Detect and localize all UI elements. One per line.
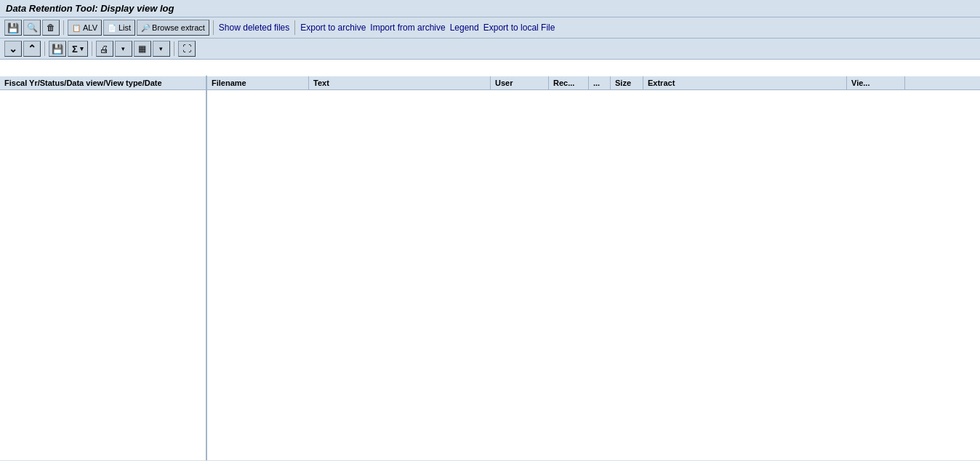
- col-header-text: Text: [309, 76, 491, 89]
- export-archive-label: Export to archive: [300, 23, 366, 33]
- import-archive-button[interactable]: Import from archive: [369, 23, 446, 33]
- import-archive-label: Import from archive: [370, 23, 445, 33]
- alv-label: ALV: [83, 23, 97, 32]
- alv-button[interactable]: 📋 ALV: [68, 20, 102, 36]
- col-header-dots: ...: [589, 76, 611, 89]
- expand-button[interactable]: ⌄: [4, 41, 22, 57]
- separator-4: [44, 41, 45, 56]
- legend-button[interactable]: Legend: [449, 23, 481, 33]
- legend-label: Legend: [450, 23, 479, 33]
- find-button[interactable]: 🔍: [23, 20, 41, 36]
- export-archive-button[interactable]: Export to archive: [299, 23, 367, 33]
- sum-button[interactable]: Σ ▾: [68, 41, 88, 57]
- show-deleted-button[interactable]: Show deleted files: [217, 23, 291, 33]
- show-deleted-label: Show deleted files: [219, 23, 289, 33]
- col-header-view: Vie...: [847, 76, 905, 89]
- print-options-button[interactable]: ▾: [115, 41, 132, 57]
- col-header-user: User: [491, 76, 549, 89]
- save-button[interactable]: 💾: [4, 20, 22, 36]
- main-content: Fiscal Yr/Status/Data view/View type/Dat…: [0, 60, 980, 444]
- browse-icon: 🔎: [141, 24, 150, 32]
- export-local-label: Export to local File: [483, 23, 555, 33]
- alv-icon: 📋: [72, 24, 81, 32]
- browse-extract-label: Browse extract: [152, 23, 205, 32]
- right-data-panel: [207, 76, 980, 460]
- list-label: List: [119, 23, 131, 32]
- collapse-button[interactable]: ⌃: [23, 41, 41, 57]
- delete-button[interactable]: 🗑: [42, 20, 60, 36]
- separator-5: [92, 41, 92, 56]
- browse-extract-button[interactable]: 🔎 Browse extract: [137, 20, 209, 36]
- main-toolbar: 💾 🔍 🗑 📋 ALV 📄 List 🔎 Browse extract Show…: [0, 17, 980, 39]
- col-header-size: Size: [611, 76, 643, 89]
- list-icon: 📄: [108, 24, 116, 32]
- find-icon: 🔍: [27, 23, 38, 33]
- separator-6: [174, 41, 174, 56]
- table-header: Fiscal Yr/Status/Data view/View type/Dat…: [0, 76, 980, 90]
- save-icon: 💾: [7, 23, 19, 33]
- title-bar: Data Retention Tool: Display view log: [0, 0, 980, 17]
- export-local-button[interactable]: Export to local File: [482, 23, 557, 33]
- print-button[interactable]: 🖨: [96, 41, 113, 57]
- separator-2: [213, 20, 214, 35]
- page-title: Data Retention Tool: Display view log: [6, 3, 174, 14]
- save-layout-button[interactable]: 💾: [49, 41, 66, 57]
- col-header-extract: Extract: [643, 76, 847, 89]
- separator-3: [294, 20, 295, 35]
- left-tree-panel: [0, 76, 207, 460]
- grid-options-button[interactable]: ▾: [153, 41, 170, 57]
- delete-icon: 🗑: [47, 23, 55, 33]
- separator-1: [63, 20, 64, 35]
- list-button[interactable]: 📄 List: [103, 20, 135, 36]
- secondary-toolbar: ⌄ ⌃ 💾 Σ ▾ 🖨 ▾ ▦ ▾ ⛶: [0, 39, 980, 60]
- tree-button[interactable]: ⛶: [178, 41, 196, 57]
- col-header-fiscal: Fiscal Yr/Status/Data view/View type/Dat…: [0, 76, 207, 89]
- col-header-filename: Filename: [207, 76, 309, 89]
- grid-button[interactable]: ▦: [134, 41, 151, 57]
- col-header-rec: Rec...: [549, 76, 589, 89]
